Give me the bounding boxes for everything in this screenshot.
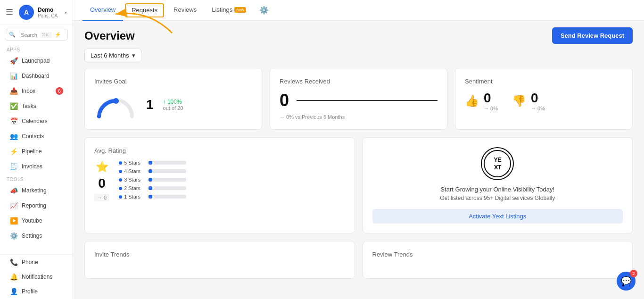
sidebar-item-pipeline[interactable]: ⚡ Pipeline	[3, 144, 70, 158]
sidebar-item-youtube[interactable]: ▶️ Youtube	[3, 214, 70, 228]
sidebar-item-settings[interactable]: ⚙️ Settings	[3, 229, 70, 243]
positive-pct: → 0%	[484, 106, 498, 111]
tab-listings-label: Listings	[212, 6, 232, 13]
bar-fill-5	[149, 161, 152, 165]
sidebar-label-notifications: Notifications	[22, 274, 52, 280]
bar-row-5: 5 Stars	[119, 160, 345, 166]
bar-row-1: 1 Stars	[119, 194, 345, 199]
reviews-received-content: 0	[280, 91, 438, 110]
hamburger-icon[interactable]: ☰	[6, 7, 13, 17]
bar-text-2: 2 Stars	[124, 185, 140, 191]
sidebar-item-invoices[interactable]: 🧾 Invoices	[3, 159, 70, 174]
tasks-icon: ✅	[9, 102, 18, 110]
main-content: Overview Requests Reviews Listings new ⚙…	[73, 0, 644, 299]
tab-requests-label: Requests	[132, 7, 157, 14]
sidebar-item-notifications[interactable]: 🔔 Notifications	[3, 270, 70, 284]
settings-icon: ⚙️	[9, 232, 18, 240]
bar-text-3: 3 Stars	[124, 177, 140, 183]
contacts-icon: 👥	[9, 133, 18, 140]
invites-goal-title: Invites Goal	[94, 78, 252, 85]
apps-section-label: Apps	[0, 44, 73, 53]
sidebar-search[interactable]: 🔍 Search ⌘K ⚡	[5, 29, 68, 41]
date-filter-dropdown[interactable]: Last 6 Months ▾	[84, 49, 141, 62]
invite-trends-title: Invite Trends	[94, 251, 345, 258]
sidebar-item-calendars[interactable]: 📅 Calendars	[3, 114, 70, 128]
invites-out-of: out of 20	[163, 105, 183, 111]
invite-trends-card: Invite Trends	[84, 241, 355, 279]
pipeline-icon: ⚡	[9, 148, 18, 155]
bar-dot-3	[119, 178, 122, 182]
youtube-icon: ▶️	[9, 217, 18, 224]
dashboard-icon: 📊	[9, 72, 18, 80]
tab-listings[interactable]: Listings new	[204, 0, 254, 21]
bar-label-4: 4 Stars	[119, 168, 145, 174]
sidebar-label-reporting: Reporting	[22, 202, 46, 209]
chat-badge: 2	[630, 270, 637, 277]
bar-text-5: 5 Stars	[124, 160, 140, 166]
sidebar-item-contacts[interactable]: 👥 Contacts	[3, 129, 70, 143]
sidebar-label-settings: Settings	[22, 233, 42, 239]
invites-goal-card: Invites Goal 1 ↑ 100% out of 20	[84, 68, 262, 130]
search-label: Search	[21, 32, 37, 38]
sidebar-item-profile[interactable]: 👤 Profile	[3, 284, 70, 299]
sidebar-item-launchpad[interactable]: 🚀 Launchpad	[3, 54, 70, 68]
date-filter-label: Last 6 Months	[91, 52, 129, 59]
lightning-icon[interactable]: ⚡	[55, 32, 64, 38]
nav-settings-icon[interactable]: ⚙️	[259, 6, 269, 15]
sidebar-label-phone: Phone	[22, 259, 38, 266]
tab-requests[interactable]: Requests	[125, 3, 164, 17]
chat-bubble[interactable]: 💬 2	[617, 272, 636, 291]
filter-bar: Last 6 Months ▾	[73, 49, 644, 68]
yext-logo: YE XT	[481, 147, 514, 180]
account-name: Demo	[38, 7, 61, 13]
tab-reviews[interactable]: Reviews	[166, 0, 204, 21]
sentiment-negative: 👎 0 → 0%	[512, 91, 545, 111]
gauge-container	[94, 91, 137, 119]
svg-text:YE: YE	[494, 156, 502, 163]
page-title: Overview	[84, 29, 135, 42]
activate-yext-button[interactable]: Activate Yext Listings	[372, 209, 623, 224]
positive-count: 0	[484, 91, 498, 106]
yext-card: YE XT Start Growing your Online Visibili…	[363, 137, 633, 233]
send-review-button[interactable]: Send Review Request	[552, 27, 633, 44]
invites-goal-meta: ↑ 100% out of 20	[163, 99, 183, 111]
reviews-chart-line	[297, 100, 438, 101]
sidebar-header: ☰ A Demo Paris, CA ▾	[0, 0, 73, 25]
tab-overview[interactable]: Overview	[83, 0, 123, 21]
bar-dot-2	[119, 187, 122, 190]
invites-goal-number: 1	[146, 97, 154, 112]
sidebar-item-phone[interactable]: 📞 Phone	[3, 255, 70, 269]
yext-subtext: Get listed across 95+ Digital services G…	[440, 195, 555, 201]
sidebar-item-tasks[interactable]: ✅ Tasks	[3, 99, 70, 113]
avg-rating-content: ⭐ 0 → 0 5 Stars	[94, 160, 345, 202]
inbox-badge: 6	[56, 87, 63, 95]
profile-icon: 👤	[9, 288, 18, 295]
bar-dot-5	[119, 161, 122, 165]
chat-icon: 💬	[621, 276, 631, 286]
invoices-icon: 🧾	[9, 163, 18, 170]
sidebar-item-marketing[interactable]: 📣 Marketing	[3, 183, 70, 198]
review-trends-title: Review Trends	[372, 251, 623, 258]
sidebar-label-calendars: Calendars	[22, 118, 48, 125]
rating-bars: 5 Stars 4 Stars	[119, 160, 345, 202]
phone-icon: 📞	[9, 258, 18, 266]
sidebar-item-dashboard[interactable]: 📊 Dashboard	[3, 69, 70, 83]
inbox-icon: 📥	[9, 87, 18, 95]
content-area: Invites Goal 1 ↑ 100% out of 20	[73, 68, 644, 299]
bar-text-4: 4 Stars	[124, 168, 140, 174]
bar-dot-1	[119, 195, 122, 199]
tab-reviews-label: Reviews	[173, 6, 197, 13]
tab-overview-label: Overview	[90, 6, 116, 13]
account-chevron-icon[interactable]: ▾	[65, 10, 67, 15]
bar-bg-2	[149, 186, 186, 190]
bar-bg-5	[149, 161, 186, 165]
account-location: Paris, CA	[38, 13, 61, 18]
bar-dot-4	[119, 170, 122, 173]
sidebar-label-contacts: Contacts	[22, 133, 44, 140]
reviews-change-pct: → 0%	[280, 114, 294, 120]
sidebar-item-reporting[interactable]: 📈 Reporting	[3, 199, 70, 213]
sidebar-item-inbox[interactable]: 📥 Inbox 6	[3, 84, 70, 98]
notifications-icon: 🔔	[9, 273, 18, 281]
top-cards-row: Invites Goal 1 ↑ 100% out of 20	[84, 68, 633, 130]
bar-label-5: 5 Stars	[119, 160, 145, 166]
